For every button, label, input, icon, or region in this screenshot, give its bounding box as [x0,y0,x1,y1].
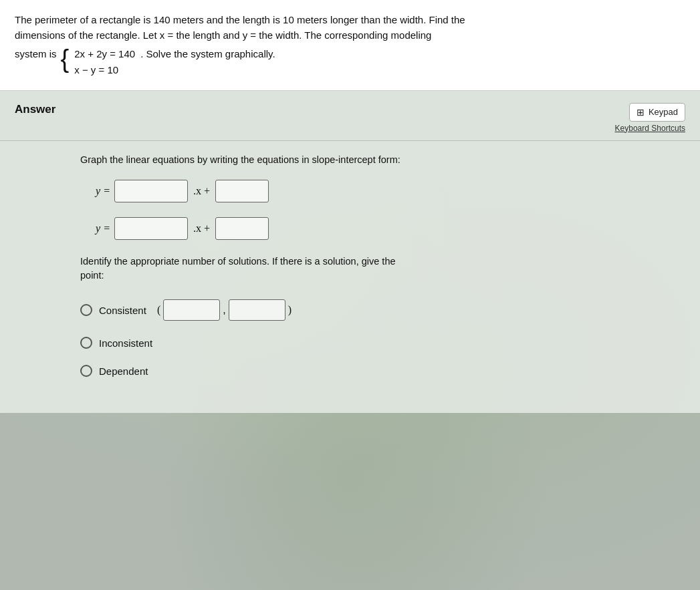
answer-section: Answer ⊞ Keypad Keyboard Shortcuts Graph… [0,91,700,414]
main-container: The perimeter of a rectangle is 140 mete… [0,0,700,590]
brace-icon: { [61,46,70,71]
eq1-slope-input[interactable] [114,180,188,202]
consistent-y-input[interactable] [229,299,285,321]
solutions-section: Identify the appropriate number of solut… [80,255,685,378]
eq1-label: y = [80,185,110,197]
equation-input-row-2: y = .x + [80,217,685,240]
solve-instruction: . Solve the system graphically. [140,46,275,61]
dependent-label: Dependent [99,365,148,377]
keypad-button[interactable]: ⊞ Keypad [629,103,685,122]
eq2-label: y = [80,223,110,235]
answer-body: Graph the linear equations by writing th… [0,141,700,414]
problem-text: The perimeter of a rectangle is 140 mete… [15,12,685,78]
comma: , [223,304,225,316]
equation-1: 2x + 2y = 140 [74,46,135,62]
eq2-slope-input[interactable] [114,217,188,240]
consistent-x-input[interactable] [163,299,220,321]
close-paren: ) [288,304,291,316]
problem-section: The perimeter of a rectangle is 140 mete… [0,0,700,91]
equations: 2x + 2y = 140 x − y = 10 [74,46,135,78]
system-block: system is { 2x + 2y = 140 x − y = 10 . S… [15,46,685,78]
problem-line1: The perimeter of a rectangle is 140 mete… [15,12,685,27]
dependent-option: Dependent [80,365,685,377]
consistent-option: Consistent ( , ) [80,299,685,321]
inconsistent-option: Inconsistent [80,337,685,349]
eq1-dot-x: .x + [193,185,210,197]
keypad-area: ⊞ Keypad Keyboard Shortcuts [615,103,685,134]
system-label: system is [15,46,57,61]
keyboard-shortcuts-link[interactable]: Keyboard Shortcuts [615,124,685,133]
answer-label: Answer [15,103,55,116]
consistent-radio[interactable] [80,304,92,316]
eq2-dot-x: .x + [193,223,210,235]
dependent-radio[interactable] [80,365,92,377]
consistent-inputs: ( , ) [157,299,291,321]
eq2-intercept-input[interactable] [215,217,269,240]
consistent-label: Consistent [99,305,146,316]
keypad-icon: ⊞ [636,107,645,118]
inconsistent-radio[interactable] [80,337,92,349]
equation-2: x − y = 10 [74,62,135,78]
inconsistent-label: Inconsistent [99,337,152,349]
instructions-text: Graph the linear equations by writing th… [80,154,685,165]
keypad-button-label: Keypad [649,107,678,117]
open-paren: ( [157,304,160,316]
solutions-intro: Identify the appropriate number of solut… [80,255,685,284]
answer-header: Answer ⊞ Keypad Keyboard Shortcuts [0,91,700,141]
problem-line2: dimensions of the rectangle. Let x = the… [15,27,685,43]
equation-input-row-1: y = .x + [80,180,685,202]
eq1-intercept-input[interactable] [215,180,269,202]
